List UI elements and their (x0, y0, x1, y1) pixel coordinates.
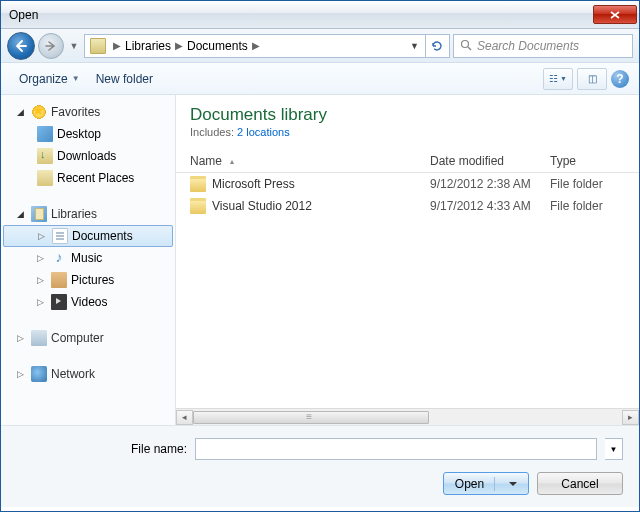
sidebar-libraries[interactable]: ◢Libraries (1, 203, 175, 225)
sidebar-item-videos[interactable]: ▷Videos (1, 291, 175, 313)
folder-icon (90, 38, 106, 54)
back-button[interactable] (7, 32, 35, 60)
sidebar-network[interactable]: ▷Network (1, 363, 175, 385)
preview-pane-button[interactable]: ◫ (577, 68, 607, 90)
filename-label: File name: (17, 442, 187, 456)
locations-link[interactable]: 2 locations (237, 126, 290, 138)
sidebar-item-desktop[interactable]: Desktop (1, 123, 175, 145)
new-folder-button[interactable]: New folder (88, 68, 161, 90)
breadcrumb-item[interactable]: Documents (187, 39, 248, 53)
sidebar-item-music[interactable]: ▷♪Music (1, 247, 175, 269)
sort-indicator-icon: ▴ (230, 157, 234, 166)
scroll-thumb[interactable] (193, 411, 429, 424)
chevron-right-icon: ▶ (175, 40, 183, 51)
breadcrumb-item[interactable]: Libraries (125, 39, 171, 53)
file-row[interactable]: Microsoft Press 9/12/2012 2:38 AM File f… (176, 173, 639, 195)
breadcrumb-bar[interactable]: ▶ Libraries ▶ Documents ▶ ▼ (84, 34, 450, 58)
cancel-button[interactable]: Cancel (537, 472, 623, 495)
help-button[interactable]: ? (611, 70, 629, 88)
open-button[interactable]: Open (443, 472, 529, 495)
document-icon (52, 228, 68, 244)
refresh-button[interactable] (425, 35, 447, 57)
close-button[interactable] (593, 5, 637, 24)
desktop-icon (37, 126, 53, 142)
folder-icon (190, 198, 206, 214)
nav-bar: ▼ ▶ Libraries ▶ Documents ▶ ▼ Search Doc… (1, 29, 639, 63)
sidebar-item-recent[interactable]: Recent Places (1, 167, 175, 189)
library-subtitle: Includes: 2 locations (190, 126, 625, 138)
sidebar-item-documents[interactable]: ▷Documents (3, 225, 173, 247)
forward-button[interactable] (38, 33, 64, 59)
view-options-button[interactable]: ☷ ▼ (543, 68, 573, 90)
toolbar: Organize▼ New folder ☷ ▼ ◫ ? (1, 63, 639, 95)
pictures-icon (51, 272, 67, 288)
footer: File name: ▼ Open Cancel (1, 425, 639, 507)
star-icon (31, 104, 47, 120)
sidebar-item-downloads[interactable]: Downloads (1, 145, 175, 167)
recent-icon (37, 170, 53, 186)
column-name[interactable]: Name (190, 154, 222, 168)
music-icon: ♪ (51, 250, 67, 266)
scroll-right-button[interactable]: ▸ (622, 410, 639, 425)
organize-menu[interactable]: Organize▼ (11, 68, 88, 90)
search-input[interactable]: Search Documents (453, 34, 633, 58)
chevron-down-icon (509, 482, 517, 486)
chevron-right-icon: ▶ (113, 40, 121, 51)
downloads-icon (37, 148, 53, 164)
column-type[interactable]: Type (550, 154, 639, 168)
content-pane: Documents library Includes: 2 locations … (176, 95, 639, 425)
videos-icon (51, 294, 67, 310)
search-icon (460, 39, 473, 52)
folder-icon (190, 176, 206, 192)
column-date[interactable]: Date modified (430, 154, 550, 168)
filename-dropdown[interactable]: ▼ (605, 438, 623, 460)
computer-icon (31, 330, 47, 346)
sidebar: ◢Favorites Desktop Downloads Recent Plac… (1, 95, 176, 425)
sidebar-item-pictures[interactable]: ▷Pictures (1, 269, 175, 291)
file-row[interactable]: Visual Studio 2012 9/17/2012 4:33 AM Fil… (176, 195, 639, 217)
filename-input[interactable] (195, 438, 597, 460)
network-icon (31, 366, 47, 382)
libraries-icon (31, 206, 47, 222)
search-placeholder: Search Documents (477, 39, 579, 53)
column-headers[interactable]: Name▴ Date modified Type (176, 150, 639, 173)
scroll-left-button[interactable]: ◂ (176, 410, 193, 425)
breadcrumb-dropdown[interactable]: ▼ (406, 41, 423, 51)
sidebar-favorites[interactable]: ◢Favorites (1, 101, 175, 123)
library-title: Documents library (190, 105, 625, 125)
title-bar: Open (1, 1, 639, 29)
chevron-right-icon: ▶ (252, 40, 260, 51)
svg-point-0 (462, 41, 469, 48)
history-dropdown[interactable]: ▼ (67, 41, 81, 51)
sidebar-computer[interactable]: ▷Computer (1, 327, 175, 349)
horizontal-scrollbar[interactable]: ◂ ▸ (176, 408, 639, 425)
window-title: Open (9, 8, 593, 22)
